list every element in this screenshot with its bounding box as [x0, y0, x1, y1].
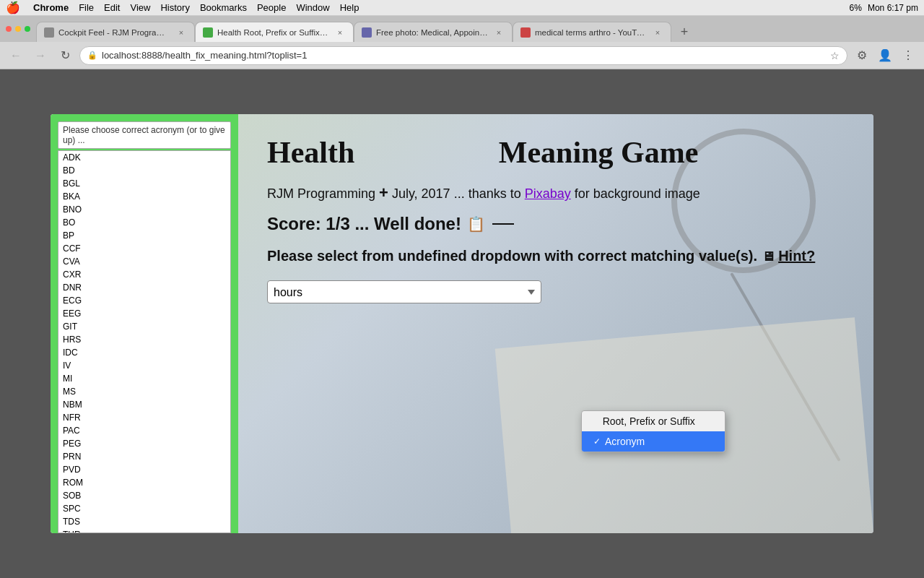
checkmark-empty — [593, 416, 598, 426]
menubar-chrome[interactable]: Chrome — [33, 2, 69, 13]
game-title: Health Meaning Game — [267, 136, 845, 169]
list-item[interactable]: PEG — [58, 437, 230, 450]
menu-button[interactable]: ⋮ — [898, 46, 918, 66]
tab-health-close[interactable]: × — [334, 27, 346, 38]
menubar-view[interactable]: View — [130, 2, 150, 13]
list-item[interactable]: PAC — [58, 424, 230, 437]
answer-dropdown[interactable]: hours Root, Prefix or Suffix Acronym — [267, 280, 541, 303]
close-window-button[interactable] — [6, 26, 12, 32]
list-item[interactable]: CXR — [58, 268, 230, 281]
tab-photo-title: Free photo: Medical, Appointm... — [376, 28, 489, 37]
acronym-listbox[interactable]: ADK BD BGL BKA BNO BO BP CCF CVA CXR DNR… — [58, 150, 231, 533]
tab-health[interactable]: Health Root, Prefix or Suffix M... × — [195, 22, 354, 42]
tab-photo[interactable]: Free photo: Medical, Appointm... × — [354, 22, 513, 42]
clipboard-icon: 📋 — [467, 215, 485, 233]
subtitle: RJM Programming + July, 2017 ... thanks … — [267, 184, 845, 202]
menubar-help[interactable]: Help — [340, 2, 359, 13]
dropdown-popup[interactable]: Root, Prefix or Suffix ✓ Acronym — [581, 410, 725, 452]
instruction-text: Please select from undefined dropdown wi… — [267, 248, 757, 264]
title-part1: Health — [267, 136, 354, 169]
list-item[interactable]: CVA — [58, 255, 230, 268]
menubar: 🍎 Chrome File Edit View History Bookmark… — [0, 0, 924, 16]
list-item[interactable]: BP — [58, 229, 230, 242]
menubar-history[interactable]: History — [160, 2, 189, 13]
list-item[interactable]: MI — [58, 372, 230, 385]
subtitle-suffix: for background image — [575, 186, 700, 201]
checkmark-selected: ✓ — [593, 436, 601, 447]
reload-button[interactable]: ↻ — [55, 46, 75, 66]
tab-photo-close[interactable]: × — [493, 27, 505, 38]
list-item[interactable]: DNR — [58, 281, 230, 294]
menubar-people[interactable]: People — [257, 2, 286, 13]
tab-health-title: Health Root, Prefix or Suffix M... — [217, 28, 330, 37]
list-item[interactable]: GIT — [58, 320, 230, 333]
menubar-window[interactable]: Window — [296, 2, 329, 13]
list-item[interactable]: ADK — [58, 151, 230, 164]
tab-youtube-title: medical terms arthro - YouTu... — [535, 28, 648, 37]
battery-status: 6% — [850, 3, 862, 13]
pixabay-link[interactable]: Pixabay — [525, 186, 571, 201]
list-item[interactable]: SPC — [58, 502, 230, 515]
list-item[interactable]: NBM — [58, 398, 230, 411]
bookmark-star-icon[interactable]: ☆ — [830, 50, 840, 61]
tab-cockpit-close[interactable]: × — [175, 27, 187, 38]
tab-cockpit-title: Cockpit Feel - RJM Programm... — [58, 28, 171, 37]
list-item[interactable]: HRS — [58, 333, 230, 346]
security-icon: 🔒 — [87, 51, 97, 60]
list-item[interactable]: TDS — [58, 515, 230, 528]
score-line: Score: 1/3 ... Well done! 📋 — [267, 214, 845, 234]
list-item[interactable]: BNO — [58, 203, 230, 216]
popup-item-acronym-label: Acronym — [605, 436, 645, 447]
list-item[interactable]: ECG — [58, 294, 230, 307]
address-url-text: localhost:8888/health_fix_meaning.html?t… — [102, 50, 826, 61]
list-item[interactable]: SOB — [58, 489, 230, 502]
clock: Mon 6:17 pm — [868, 3, 918, 13]
list-item[interactable]: BO — [58, 216, 230, 229]
title-spacer — [362, 136, 492, 169]
maximize-window-button[interactable] — [25, 26, 30, 32]
menubar-file[interactable]: File — [79, 2, 94, 13]
tab-photo-favicon — [362, 27, 372, 38]
list-item[interactable]: BD — [58, 164, 230, 177]
list-item[interactable]: EEG — [58, 307, 230, 320]
list-item[interactable]: IDC — [58, 346, 230, 359]
hint-link[interactable]: Hint? — [778, 248, 815, 264]
apple-menu[interactable]: 🍎 — [6, 1, 20, 14]
listbox-container: Please choose correct acronym (or to giv… — [58, 121, 231, 526]
tab-bar: Cockpit Feel - RJM Programm... × Health … — [0, 16, 924, 42]
back-button[interactable]: ← — [6, 46, 26, 66]
tab-youtube-close[interactable]: × — [652, 27, 663, 38]
extensions-button[interactable]: ⚙ — [852, 46, 872, 66]
list-item[interactable]: MS — [58, 385, 230, 398]
list-item[interactable]: NFR — [58, 411, 230, 424]
popup-item-acronym[interactable]: ✓ Acronym — [582, 431, 725, 452]
list-item[interactable]: BKA — [58, 190, 230, 203]
new-tab-button[interactable]: + — [674, 22, 694, 42]
list-item[interactable]: THR — [58, 528, 230, 533]
list-item[interactable]: PVD — [58, 463, 230, 476]
minimize-window-button[interactable] — [15, 26, 21, 32]
list-item[interactable]: IV — [58, 359, 230, 372]
list-item[interactable]: BGL — [58, 177, 230, 190]
list-item[interactable]: CCF — [58, 242, 230, 255]
forward-button[interactable]: → — [30, 46, 51, 66]
menubar-status-area: 6% Mon 6:17 pm — [850, 3, 918, 13]
instruction: Please select from undefined dropdown wi… — [267, 246, 845, 266]
popup-item-root-label: Root, Prefix or Suffix — [603, 415, 695, 427]
window-controls[interactable] — [6, 26, 30, 32]
tab-cockpit-favicon — [44, 27, 54, 38]
menubar-edit[interactable]: Edit — [104, 2, 120, 13]
toolbar-right-icons: ⚙ 👤 ⋮ — [852, 46, 918, 66]
popup-item-root[interactable]: Root, Prefix or Suffix — [582, 411, 725, 431]
tab-health-favicon — [203, 27, 213, 38]
subtitle-rjm: RJM Programming — [267, 186, 379, 201]
title-part2: Meaning Game — [499, 136, 698, 169]
list-item[interactable]: ROM — [58, 476, 230, 489]
address-bar[interactable]: 🔒 localhost:8888/health_fix_meaning.html… — [79, 46, 847, 65]
profile-button[interactable]: 👤 — [875, 46, 895, 66]
list-item[interactable]: PRN — [58, 450, 230, 463]
page-container: Please choose correct acronym (or to giv… — [51, 114, 873, 533]
tab-youtube[interactable]: medical terms arthro - YouTu... × — [513, 22, 671, 42]
tab-cockpit[interactable]: Cockpit Feel - RJM Programm... × — [36, 22, 195, 42]
menubar-bookmarks[interactable]: Bookmarks — [200, 2, 247, 13]
